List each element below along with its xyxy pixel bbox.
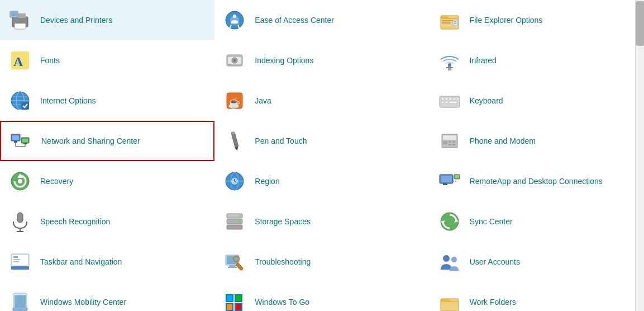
item-network-and-sharing[interactable]: Network and Sharing Center	[0, 121, 214, 161]
svg-rect-2	[15, 23, 26, 29]
svg-rect-19	[23, 143, 27, 144]
item-label: User Accounts	[470, 257, 520, 267]
svg-rect-26	[17, 213, 23, 223]
svg-rect-101	[452, 141, 455, 143]
item-label: Taskbar and Navigation	[40, 257, 122, 267]
storage-icon	[221, 208, 248, 235]
item-label: Infrared	[470, 55, 497, 65]
svg-rect-82	[453, 20, 457, 26]
item-label: Internet Options	[40, 96, 96, 106]
item-taskbar-navigation[interactable]: Taskbar and Navigation	[0, 242, 214, 282]
users-icon	[436, 248, 463, 275]
item-pen-and-touch[interactable]: Pen and Touch	[214, 121, 429, 161]
svg-rect-77	[227, 304, 232, 310]
item-work-folders[interactable]: Work Folders	[430, 282, 644, 311]
item-devices-and-printers[interactable]: Devices and Printers	[0, 0, 214, 40]
item-label: Indexing Options	[255, 55, 313, 65]
item-java[interactable]: ☕ Java	[214, 81, 429, 121]
indexing-icon	[221, 47, 248, 74]
svg-rect-3	[16, 19, 18, 21]
svg-text:☕: ☕	[228, 97, 241, 109]
item-label: Fonts	[40, 55, 60, 65]
item-file-explorer[interactable]: File Explorer Options	[430, 0, 644, 40]
svg-text:A: A	[13, 54, 23, 69]
sync-icon	[436, 208, 463, 235]
item-troubleshooting[interactable]: Troubleshooting	[214, 242, 429, 282]
svg-rect-106	[443, 183, 447, 185]
item-label: File Explorer Options	[470, 15, 543, 25]
svg-rect-90	[445, 98, 448, 100]
svg-rect-34	[13, 261, 19, 262]
scroll-thumb[interactable]	[636, 1, 644, 46]
column-1: Devices and Printers A Fonts	[0, 0, 214, 311]
svg-rect-18	[22, 139, 28, 142]
svg-rect-86	[446, 67, 453, 68]
pen-icon	[221, 128, 248, 154]
svg-rect-67	[227, 256, 238, 264]
scrollbar[interactable]	[635, 0, 644, 311]
item-label: Troubleshooting	[255, 257, 311, 267]
keyboard-icon	[436, 87, 463, 114]
svg-point-65	[239, 226, 241, 228]
svg-rect-75	[227, 295, 232, 301]
item-ease-of-access[interactable]: Ease of Access Center	[214, 0, 429, 40]
item-windows-mobility[interactable]: Windows Mobility Center	[0, 282, 214, 311]
infrared-icon	[436, 47, 463, 74]
svg-rect-16	[14, 141, 17, 143]
svg-rect-13	[21, 102, 29, 110]
item-indexing-options[interactable]: Indexing Options	[214, 40, 429, 81]
svg-rect-30	[11, 266, 29, 270]
svg-rect-100	[449, 141, 451, 143]
svg-rect-68	[229, 265, 236, 267]
svg-rect-102	[449, 144, 451, 145]
item-remoteapp[interactable]: RemoteApp and Desktop Connections	[430, 161, 644, 201]
recovery-icon	[7, 168, 34, 195]
svg-rect-33	[13, 259, 20, 260]
svg-point-113	[443, 255, 450, 262]
svg-rect-93	[441, 101, 444, 103]
svg-rect-32	[13, 256, 18, 258]
item-label: Keyboard	[470, 96, 503, 106]
item-speech-recognition[interactable]: Speech Recognition	[0, 201, 214, 242]
column-3: File Explorer Options Infrared	[430, 0, 644, 311]
item-keyboard[interactable]: Keyboard	[430, 81, 644, 121]
svg-rect-81	[442, 22, 451, 23]
item-recovery[interactable]: Recovery	[0, 161, 214, 201]
svg-rect-103	[452, 144, 455, 145]
svg-rect-99	[443, 141, 447, 144]
item-region[interactable]: Region	[214, 161, 429, 201]
item-fonts[interactable]: A Fonts	[0, 40, 214, 81]
svg-point-63	[239, 215, 241, 217]
item-label: Recovery	[40, 176, 73, 186]
item-storage-spaces[interactable]: Storage Spaces	[214, 201, 429, 242]
speech-icon	[7, 208, 34, 235]
troubleshoot-icon	[221, 248, 248, 275]
item-windows-to-go[interactable]: Windows To Go	[214, 282, 429, 311]
item-infrared[interactable]: Infrared	[430, 40, 644, 81]
item-phone-and-modem[interactable]: Phone and Modem	[430, 121, 644, 161]
svg-point-41	[233, 15, 236, 18]
svg-rect-80	[442, 20, 453, 21]
svg-rect-105	[441, 176, 452, 182]
item-sync-center[interactable]: Sync Center	[430, 201, 644, 242]
svg-point-114	[451, 257, 457, 262]
item-label: Work Folders	[470, 297, 516, 307]
svg-rect-94	[445, 101, 448, 103]
item-label: Storage Spaces	[255, 216, 311, 227]
windowstogo-icon	[221, 289, 248, 311]
devices-icon	[7, 7, 34, 34]
svg-rect-38	[12, 308, 28, 311]
svg-point-87	[448, 63, 451, 67]
remoteapp-icon	[436, 168, 463, 195]
svg-rect-89	[441, 98, 444, 100]
item-user-accounts[interactable]: User Accounts	[430, 242, 644, 282]
svg-rect-96	[457, 98, 459, 100]
svg-rect-91	[449, 98, 452, 100]
item-label: Network and Sharing Center	[41, 136, 140, 146]
item-label: Sync Center	[470, 216, 513, 227]
taskbar-icon	[7, 248, 34, 275]
item-internet-options[interactable]: Internet Options	[0, 81, 214, 121]
item-label: Ease of Access Center	[255, 15, 334, 25]
ease-icon	[221, 7, 248, 34]
item-label: Pen and Touch	[255, 136, 307, 146]
